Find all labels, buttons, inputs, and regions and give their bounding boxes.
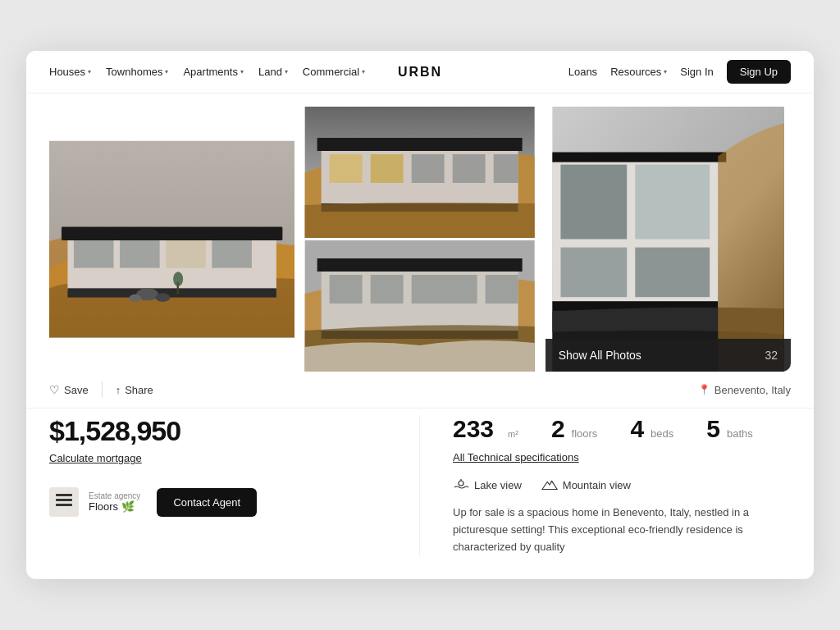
lake-view-label: Lake view xyxy=(474,479,522,491)
calculate-mortgage-link[interactable]: Calculate mortgage xyxy=(49,452,386,464)
chevron-down-icon: ▾ xyxy=(285,68,288,75)
page-wrapper: Houses ▾ Townhomes ▾ Apartments ▾ Land ▾… xyxy=(26,51,814,578)
svg-rect-45 xyxy=(56,494,72,496)
agency-label: Estate agency xyxy=(89,491,140,500)
svg-point-12 xyxy=(155,294,170,302)
svg-rect-21 xyxy=(412,154,445,183)
svg-rect-20 xyxy=(371,154,404,183)
area-unit: m² xyxy=(508,429,518,439)
location-info: 📍 Benevento, Italy xyxy=(698,384,791,396)
area-value: 233 xyxy=(453,415,494,443)
gallery-right-image[interactable]: Show All Photos 32 xyxy=(546,107,791,372)
svg-rect-5 xyxy=(62,227,282,240)
svg-rect-8 xyxy=(166,240,206,268)
svg-rect-40 xyxy=(635,248,710,298)
svg-rect-7 xyxy=(120,240,160,268)
svg-point-46 xyxy=(459,481,463,486)
baths-value: 5 xyxy=(706,415,720,443)
agent-name: Floors 🌿 xyxy=(89,500,140,513)
gallery-main-image[interactable] xyxy=(49,107,294,372)
nav-item-houses[interactable]: Houses ▾ xyxy=(49,66,91,78)
content-left: $1,528,950 Calculate mortgage Estate age… xyxy=(49,415,420,555)
svg-rect-27 xyxy=(317,258,523,272)
show-photos-button[interactable]: Show All Photos 32 xyxy=(546,339,791,372)
nav-item-resources[interactable]: Resources ▾ xyxy=(610,66,667,78)
svg-rect-29 xyxy=(371,275,404,304)
svg-rect-43 xyxy=(56,504,72,506)
divider xyxy=(102,381,103,398)
agent-avatar xyxy=(49,487,79,517)
actions-bar: ♡ Save ↑ Share 📍 Benevento, Italy xyxy=(26,372,814,408)
chevron-down-icon: ▾ xyxy=(165,68,168,75)
baths-label: baths xyxy=(727,427,753,440)
chevron-down-icon: ▾ xyxy=(240,68,244,75)
listing-price: $1,528,950 xyxy=(49,415,386,447)
main-house-svg xyxy=(49,107,294,372)
svg-rect-6 xyxy=(74,240,114,268)
nav-item-townhomes[interactable]: Townhomes ▾ xyxy=(106,66,168,78)
contact-agent-button[interactable]: Contact Agent xyxy=(157,488,257,517)
all-specs-link[interactable]: All Technical specifications xyxy=(453,451,579,463)
svg-rect-37 xyxy=(560,165,627,240)
signup-button[interactable]: Sign Up xyxy=(727,60,791,84)
share-button[interactable]: ↑ Share xyxy=(116,384,153,396)
gallery: Show All Photos 32 xyxy=(49,107,791,372)
lake-icon xyxy=(453,478,469,491)
svg-rect-38 xyxy=(635,165,710,240)
photo-count: 32 xyxy=(765,349,778,362)
svg-rect-23 xyxy=(494,154,518,183)
agent-info: Estate agency Floors 🌿 xyxy=(89,491,140,513)
content-area: $1,528,950 Calculate mortgage Estate age… xyxy=(26,408,814,578)
mountain-view-label: Mountain view xyxy=(563,479,631,491)
nav-item-land[interactable]: Land ▾ xyxy=(258,66,288,78)
svg-rect-28 xyxy=(330,275,363,304)
house-br-svg xyxy=(297,240,542,372)
svg-point-15 xyxy=(173,272,183,286)
agent-row: Estate agency Floors 🌿 Contact Agent xyxy=(49,487,386,517)
chevron-down-icon: ▾ xyxy=(664,68,667,75)
nav-item-commercial[interactable]: Commercial ▾ xyxy=(303,66,365,78)
gallery-bottom-right[interactable] xyxy=(297,240,542,372)
nav-left: Houses ▾ Townhomes ▾ Apartments ▾ Land ▾… xyxy=(49,66,398,78)
nav-right: Loans Resources ▾ Sign In Sign Up xyxy=(442,60,791,84)
floors-label: floors xyxy=(572,427,598,440)
specs-row: 233m² 2 floors 4 beds 5 baths xyxy=(453,415,791,443)
svg-rect-39 xyxy=(560,248,627,298)
feature-mountain-view: Mountain view xyxy=(541,478,631,491)
chevron-down-icon: ▾ xyxy=(362,68,365,75)
save-button[interactable]: ♡ Save xyxy=(49,383,89,396)
nav-item-loans[interactable]: Loans xyxy=(568,66,597,78)
gallery-top-right[interactable] xyxy=(297,107,542,238)
site-logo[interactable]: URBN xyxy=(398,65,442,80)
svg-rect-10 xyxy=(67,289,276,298)
svg-rect-44 xyxy=(56,499,72,501)
share-icon: ↑ xyxy=(116,384,121,396)
listing-description: Up for sale is a spacious home in Beneve… xyxy=(453,504,791,555)
chevron-down-icon: ▾ xyxy=(88,68,91,75)
agent-logo-svg xyxy=(49,487,79,517)
actions-left: ♡ Save ↑ Share xyxy=(49,381,153,398)
svg-rect-18 xyxy=(317,138,523,151)
navbar: Houses ▾ Townhomes ▾ Apartments ▾ Land ▾… xyxy=(26,51,814,94)
svg-rect-30 xyxy=(412,275,477,304)
nav-item-signin[interactable]: Sign In xyxy=(680,66,713,78)
svg-rect-35 xyxy=(552,153,726,162)
house-tr-svg xyxy=(297,107,542,238)
svg-rect-42 xyxy=(49,487,79,517)
mountain-icon xyxy=(541,478,558,491)
heart-icon: ♡ xyxy=(49,383,60,396)
house-right-svg xyxy=(546,107,791,372)
beds-label: beds xyxy=(651,427,673,440)
svg-rect-31 xyxy=(486,275,518,304)
svg-rect-22 xyxy=(453,154,486,183)
svg-rect-9 xyxy=(212,240,252,268)
nav-item-apartments[interactable]: Apartments ▾ xyxy=(183,66,243,78)
features-row: Lake view Mountain view xyxy=(453,478,791,491)
floors-value: 2 xyxy=(551,415,565,443)
svg-point-13 xyxy=(129,294,141,302)
feature-lake-view: Lake view xyxy=(453,478,522,491)
pin-icon: 📍 xyxy=(698,384,710,395)
beds-value: 4 xyxy=(630,415,644,443)
svg-rect-19 xyxy=(330,154,363,183)
content-right: 233m² 2 floors 4 beds 5 baths All Techni… xyxy=(420,415,791,555)
